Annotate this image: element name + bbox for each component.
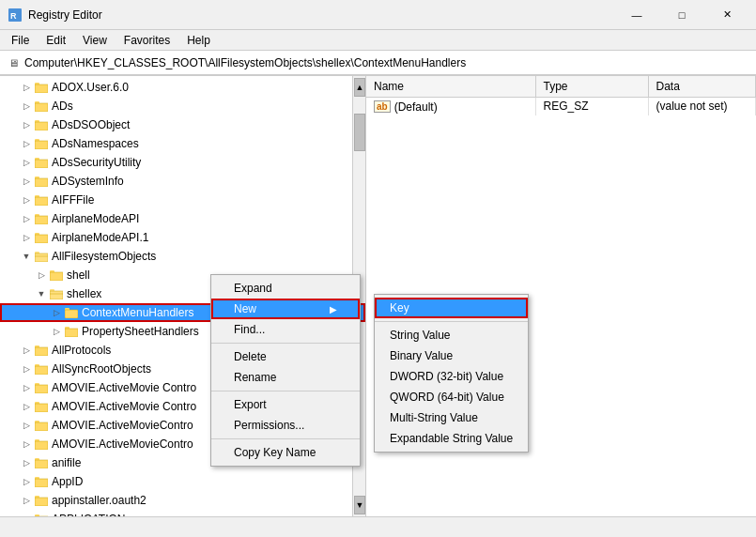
folder-icon <box>34 343 49 358</box>
svg-rect-27 <box>35 233 39 236</box>
folder-icon <box>34 192 49 207</box>
svg-rect-26 <box>35 235 48 243</box>
ctx-rename[interactable]: Rename <box>211 367 360 388</box>
svg-rect-2 <box>35 84 48 93</box>
submenu-expandable[interactable]: Expandable String Value <box>375 428 528 449</box>
svg-rect-56 <box>35 402 39 405</box>
col-name[interactable]: Name <box>366 76 535 97</box>
tree-item-adox[interactable]: ▷ ADOX.User.6.0 <box>0 78 365 97</box>
cell-data: (value not set) <box>648 97 756 115</box>
close-button[interactable]: ✕ <box>705 0 748 30</box>
svg-rect-12 <box>35 139 39 142</box>
separator1 <box>211 343 360 344</box>
expand-icon: ▷ <box>19 155 34 170</box>
svg-rect-53 <box>35 383 39 386</box>
svg-rect-65 <box>35 458 39 461</box>
address-path[interactable]: Computer\HKEY_CLASSES_ROOT\AllFilesystem… <box>24 56 466 69</box>
tree-item-airplaneapi1[interactable]: ▷ AirplaneModeAPI.1 <box>0 228 365 247</box>
tree-item-adsns[interactable]: ▷ ADsNamespaces <box>0 134 365 153</box>
submenu-qword[interactable]: QWORD (64-bit) Value <box>375 387 528 407</box>
tree-item-adsysinfo[interactable]: ▷ ADSystemInfo <box>0 172 365 191</box>
submenu-multistring[interactable]: Multi-String Value <box>375 407 528 428</box>
menu-view[interactable]: View <box>75 32 115 49</box>
svg-rect-59 <box>35 421 39 423</box>
status-bar <box>0 516 756 537</box>
tree-item-aifffile[interactable]: ▷ AIFFFile <box>0 191 365 209</box>
ctx-delete[interactable]: Delete <box>211 346 360 367</box>
context-menu: Expand New ▶ Find... Delete Rename Expor… <box>210 274 361 467</box>
folder-icon <box>34 493 49 508</box>
menu-bar: File Edit View Favorites Help <box>0 30 756 51</box>
svg-rect-15 <box>35 158 39 161</box>
svg-rect-62 <box>35 439 39 442</box>
submenu-dword[interactable]: DWORD (32-bit) Value <box>375 366 528 387</box>
tree-item-airplaneapi[interactable]: ▷ AirplaneModeAPI <box>0 209 365 228</box>
svg-rect-74 <box>35 514 39 516</box>
col-data[interactable]: Data <box>648 76 756 97</box>
folder-icon <box>49 268 64 283</box>
svg-rect-21 <box>35 195 39 198</box>
cell-type: REG_SZ <box>535 97 648 115</box>
tree-item-adssecu[interactable]: ▷ ADsSecurityUtility <box>0 153 365 172</box>
submenu: Key String Value Binary Value DWORD (32-… <box>374 294 529 453</box>
sub-separator <box>375 321 528 322</box>
scroll-thumb[interactable] <box>354 114 365 151</box>
svg-rect-68 <box>35 477 39 480</box>
expand-icon: ▷ <box>19 361 34 376</box>
tree-item-ads[interactable]: ▷ ADs <box>0 97 365 115</box>
submenu-key[interactable]: Key <box>375 298 528 318</box>
folder-icon <box>34 437 49 452</box>
tree-item-allfilesys[interactable]: ▼ AllFilesystemObjects <box>0 247 365 266</box>
menu-help[interactable]: Help <box>179 32 218 49</box>
ctx-new[interactable]: New ▶ <box>211 299 360 319</box>
ctx-expand[interactable]: Expand <box>211 278 360 299</box>
svg-rect-40 <box>65 310 78 318</box>
ctx-permissions[interactable]: Permissions... <box>211 415 360 436</box>
expand-icon: ▷ <box>19 136 34 151</box>
tree-item-appid[interactable]: ▷ AppID <box>0 472 365 491</box>
ctx-find[interactable]: Find... <box>211 319 360 340</box>
ctx-export[interactable]: Export <box>211 394 360 415</box>
minimize-button[interactable]: — <box>615 0 658 30</box>
svg-rect-23 <box>35 216 48 224</box>
table-row[interactable]: ab (Default) REG_SZ (value not set) <box>366 97 756 115</box>
col-type[interactable]: Type <box>535 76 648 97</box>
menu-favorites[interactable]: Favorites <box>116 32 177 49</box>
registry-table: Name Type Data ab (Default) REG_SZ (valu… <box>366 76 756 115</box>
svg-rect-36 <box>50 291 63 299</box>
svg-rect-50 <box>35 364 39 367</box>
expand-icon: ▷ <box>49 324 64 339</box>
maximize-button[interactable]: □ <box>660 0 703 30</box>
folder-icon <box>34 155 49 170</box>
expand-icon: ▷ <box>19 455 34 470</box>
tree-item-application[interactable]: ▷ APPLICATION <box>0 510 365 516</box>
svg-rect-55 <box>35 404 48 412</box>
scroll-up-btn[interactable]: ▲ <box>354 78 365 97</box>
expand-icon: ▷ <box>19 192 34 207</box>
submenu-string[interactable]: String Value <box>375 325 528 345</box>
folder-icon <box>34 117 49 132</box>
ctx-copykeyname[interactable]: Copy Key Name <box>211 442 360 463</box>
expand-icon: ▷ <box>19 99 34 114</box>
scroll-down-btn[interactable]: ▼ <box>354 496 365 514</box>
folder-icon <box>34 474 49 489</box>
cell-name: ab (Default) <box>366 97 535 115</box>
tree-item-appinstaller[interactable]: ▷ appinstaller.oauth2 <box>0 491 365 510</box>
svg-rect-58 <box>35 422 48 431</box>
expand-icon: ▷ <box>19 174 34 189</box>
expand-icon: ▷ <box>19 343 34 358</box>
regedit-icon: R <box>8 8 23 23</box>
svg-rect-71 <box>35 496 39 499</box>
svg-rect-18 <box>35 176 39 179</box>
svg-rect-17 <box>35 178 48 187</box>
svg-rect-20 <box>35 197 48 206</box>
menu-edit[interactable]: Edit <box>39 32 73 49</box>
menu-file[interactable]: File <box>4 32 37 49</box>
separator3 <box>211 438 360 439</box>
folder-icon <box>64 305 79 320</box>
address-icon: 🖥 <box>6 55 21 70</box>
folder-icon <box>34 455 49 470</box>
tree-item-adsdsoobj[interactable]: ▷ ADsDSOObject <box>0 115 365 134</box>
submenu-binary[interactable]: Binary Value <box>375 345 528 366</box>
folder-icon <box>34 80 49 95</box>
